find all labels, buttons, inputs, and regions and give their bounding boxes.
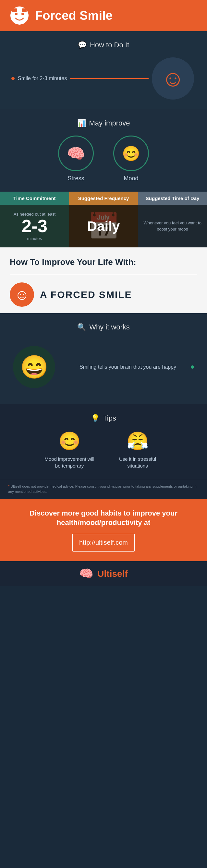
svg-point-2 <box>22 13 24 15</box>
disclaimer: * Ultiself does not provide medical advi… <box>0 479 207 499</box>
divider <box>10 274 197 274</box>
brand-smile-circle: ☺ <box>10 282 34 307</box>
why-content: 😄 Smiling tells your brain that you are … <box>6 339 201 395</box>
smile-icon: ☺ <box>161 65 184 91</box>
time-commitment-value: As needed but at least 2-3 minutes <box>0 205 69 247</box>
daily-label: Daily <box>87 219 120 234</box>
improve-circles: 🧠 Stress 😊 Mood <box>6 135 201 182</box>
improve-life-title: How To Improve Your Life With: <box>10 257 197 267</box>
stress-icon: 🧠 <box>67 145 85 162</box>
tip-icon-1: 😊 <box>58 431 81 452</box>
time-of-day-text: Whenever you feel you want to boost your… <box>141 220 204 232</box>
chart-icon: 📊 <box>77 119 86 127</box>
frequency-header: Suggested Frequency <box>69 192 138 205</box>
stress-circle: 🧠 <box>58 135 94 171</box>
may-improve-title: 📊 May improve <box>6 119 201 127</box>
stress-label: Stress <box>67 175 84 182</box>
brand-name: Ultiself <box>97 569 127 579</box>
frequency-value: 📅 Daily <box>69 205 138 247</box>
tip-label-2: Use it in stressful situations <box>112 456 164 469</box>
footer-url-box[interactable]: http://ultiself.com <box>72 534 135 552</box>
time-commitment-header: Time Commitment <box>0 192 69 205</box>
brand-footer: 🧠 Ultiself <box>0 561 207 586</box>
mood-circle: 😊 <box>113 135 149 171</box>
header: Forced Smile <box>0 0 207 31</box>
brand-smile-icon: ☺ <box>14 286 30 303</box>
brand-logo-icon: 🧠 <box>79 567 93 580</box>
footer-cta-text: Discover more good habits to improve you… <box>13 509 194 527</box>
why-dot <box>191 365 194 369</box>
how-to-icon: 💬 <box>78 41 87 49</box>
magnifier-icon: 🔍 <box>77 323 86 331</box>
why-text-wrap: Smiling tells your brain that you are ha… <box>62 364 194 371</box>
improve-item-mood: 😊 Mood <box>113 135 149 182</box>
why-section: 🔍 Why it works 😄 Smiling tells your brai… <box>0 313 207 404</box>
footer-cta: Discover more good habits to improve you… <box>0 499 207 561</box>
mood-icon: 😊 <box>122 145 140 162</box>
disclaimer-text: * Ultiself does not provide medical advi… <box>8 484 199 494</box>
tips-grid: 😊 Mood improvement will be temporary 😤 U… <box>6 431 201 469</box>
brand-area: ☺ A FORCED SMILE <box>10 282 197 307</box>
tip-item-1: 😊 Mood improvement will be temporary <box>43 431 95 469</box>
how-to-content: Smile for 2-3 minutes ☺ <box>6 57 201 99</box>
why-avatar-circle: 😄 <box>13 346 55 388</box>
time-big-value: 2-3 <box>22 217 48 235</box>
why-explanation: Smiling tells your brain that you are ha… <box>80 364 176 370</box>
bulb-icon: 💡 <box>91 414 99 423</box>
svg-rect-4 <box>22 8 27 12</box>
how-to-title: 💬 How to Do It <box>6 41 201 49</box>
time-of-day-value: Whenever you feel you want to boost your… <box>138 205 207 247</box>
footer-url: http://ultiself.com <box>79 539 128 546</box>
time-of-day-header: Suggested Time of Day <box>138 192 207 205</box>
smile-circle: ☺ <box>152 57 194 99</box>
may-improve-section: 📊 May improve 🧠 Stress 😊 Mood <box>0 109 207 192</box>
how-to-line <box>70 78 149 79</box>
how-to-step: Smile for 2-3 minutes <box>13 75 67 82</box>
svg-point-1 <box>15 13 18 15</box>
tip-label-1: Mood improvement will be temporary <box>43 456 95 469</box>
why-title: 🔍 Why it works <box>6 323 201 331</box>
tips-section: 💡 Tips 😊 Mood improvement will be tempor… <box>0 404 207 479</box>
stats-section: Time Commitment Suggested Frequency Sugg… <box>0 192 207 247</box>
brand-text: A FORCED SMILE <box>40 289 132 300</box>
tip-item-2: 😤 Use it in stressful situations <box>112 431 164 469</box>
svg-rect-3 <box>12 8 17 12</box>
why-avatar-icon: 😄 <box>20 354 48 380</box>
how-to-section: 💬 How to Do It Smile for 2-3 minutes ☺ <box>0 31 207 109</box>
improve-item-stress: 🧠 Stress <box>58 135 94 182</box>
header-icon <box>10 6 29 25</box>
page-title: Forced Smile <box>35 9 113 23</box>
tip-icon-2: 😤 <box>126 431 149 452</box>
improve-life-section: How To Improve Your Life With: ☺ A FORCE… <box>0 247 207 313</box>
time-suffix: minutes <box>27 236 42 241</box>
tips-title: 💡 Tips <box>6 414 201 423</box>
mood-label: Mood <box>124 175 138 182</box>
